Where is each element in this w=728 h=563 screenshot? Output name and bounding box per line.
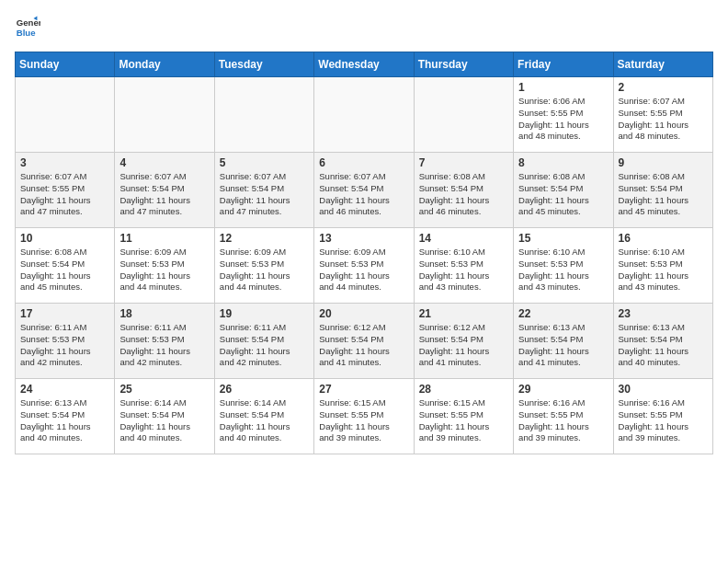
calendar-table: SundayMondayTuesdayWednesdayThursdayFrid… [15, 52, 713, 454]
calendar-cell: 20Sunrise: 6:12 AMSunset: 5:54 PMDayligh… [314, 304, 414, 379]
calendar-cell: 9Sunrise: 6:08 AMSunset: 5:54 PMDaylight… [613, 153, 712, 228]
day-info: Sunrise: 6:07 AMSunset: 5:54 PMDaylight:… [319, 171, 408, 218]
day-number: 15 [518, 232, 608, 245]
calendar-week-row: 3Sunrise: 6:07 AMSunset: 5:55 PMDaylight… [16, 153, 713, 228]
day-number: 12 [220, 232, 309, 245]
day-number: 27 [319, 383, 408, 396]
day-info: Sunrise: 6:06 AMSunset: 5:55 PMDaylight:… [518, 96, 608, 143]
calendar-cell [115, 77, 214, 153]
calendar-cell [16, 77, 115, 153]
day-info: Sunrise: 6:08 AMSunset: 5:54 PMDaylight:… [619, 171, 708, 218]
day-info: Sunrise: 6:09 AMSunset: 5:53 PMDaylight:… [319, 247, 408, 293]
calendar-week-row: 24Sunrise: 6:13 AMSunset: 5:54 PMDayligh… [16, 379, 713, 454]
day-info: Sunrise: 6:13 AMSunset: 5:54 PMDaylight:… [619, 322, 708, 369]
day-info: Sunrise: 6:08 AMSunset: 5:54 PMDaylight:… [518, 171, 608, 218]
day-info: Sunrise: 6:13 AMSunset: 5:54 PMDaylight:… [20, 397, 109, 444]
day-info: Sunrise: 6:11 AMSunset: 5:53 PMDaylight:… [119, 322, 209, 369]
day-number: 11 [119, 232, 209, 245]
calendar-cell: 3Sunrise: 6:07 AMSunset: 5:55 PMDaylight… [16, 153, 115, 228]
calendar-cell: 4Sunrise: 6:07 AMSunset: 5:54 PMDaylight… [115, 153, 214, 228]
day-number: 28 [419, 383, 508, 396]
calendar-cell: 21Sunrise: 6:12 AMSunset: 5:54 PMDayligh… [414, 304, 513, 379]
day-number: 13 [319, 232, 408, 245]
calendar-cell: 1Sunrise: 6:06 AMSunset: 5:55 PMDaylight… [514, 77, 613, 153]
calendar-cell: 22Sunrise: 6:13 AMSunset: 5:54 PMDayligh… [514, 304, 613, 379]
calendar-cell: 14Sunrise: 6:10 AMSunset: 5:53 PMDayligh… [414, 228, 513, 304]
day-info: Sunrise: 6:14 AMSunset: 5:54 PMDaylight:… [220, 397, 309, 444]
day-number: 8 [518, 156, 608, 169]
day-info: Sunrise: 6:11 AMSunset: 5:53 PMDaylight:… [20, 322, 109, 369]
calendar-cell: 6Sunrise: 6:07 AMSunset: 5:54 PMDaylight… [314, 153, 414, 228]
calendar-cell: 13Sunrise: 6:09 AMSunset: 5:53 PMDayligh… [314, 228, 414, 304]
day-info: Sunrise: 6:16 AMSunset: 5:55 PMDaylight:… [518, 397, 608, 444]
weekday-header: Wednesday [314, 52, 414, 77]
calendar-week-row: 17Sunrise: 6:11 AMSunset: 5:53 PMDayligh… [16, 304, 713, 379]
day-number: 26 [220, 383, 309, 396]
day-info: Sunrise: 6:13 AMSunset: 5:54 PMDaylight:… [518, 322, 608, 369]
calendar-cell: 28Sunrise: 6:15 AMSunset: 5:55 PMDayligh… [414, 379, 513, 454]
calendar-cell: 2Sunrise: 6:07 AMSunset: 5:55 PMDaylight… [613, 77, 712, 153]
weekday-header: Thursday [414, 52, 513, 77]
calendar-cell: 11Sunrise: 6:09 AMSunset: 5:53 PMDayligh… [115, 228, 214, 304]
day-info: Sunrise: 6:15 AMSunset: 5:55 PMDaylight:… [319, 397, 408, 444]
calendar-body: 1Sunrise: 6:06 AMSunset: 5:55 PMDaylight… [16, 77, 713, 454]
day-info: Sunrise: 6:07 AMSunset: 5:55 PMDaylight:… [20, 171, 109, 218]
day-number: 19 [220, 307, 309, 320]
calendar-cell: 29Sunrise: 6:16 AMSunset: 5:55 PMDayligh… [514, 379, 613, 454]
calendar-cell: 5Sunrise: 6:07 AMSunset: 5:54 PMDaylight… [214, 153, 313, 228]
day-number: 23 [619, 307, 708, 320]
day-info: Sunrise: 6:08 AMSunset: 5:54 PMDaylight:… [20, 247, 109, 293]
calendar-cell: 30Sunrise: 6:16 AMSunset: 5:55 PMDayligh… [613, 379, 712, 454]
day-info: Sunrise: 6:08 AMSunset: 5:54 PMDaylight:… [419, 171, 508, 218]
calendar-cell: 18Sunrise: 6:11 AMSunset: 5:53 PMDayligh… [115, 304, 214, 379]
day-info: Sunrise: 6:12 AMSunset: 5:54 PMDaylight:… [419, 322, 508, 369]
day-info: Sunrise: 6:10 AMSunset: 5:53 PMDaylight:… [419, 247, 508, 293]
calendar-week-row: 10Sunrise: 6:08 AMSunset: 5:54 PMDayligh… [16, 228, 713, 304]
day-number: 22 [518, 307, 608, 320]
calendar-cell: 16Sunrise: 6:10 AMSunset: 5:53 PMDayligh… [613, 228, 712, 304]
day-info: Sunrise: 6:09 AMSunset: 5:53 PMDaylight:… [220, 247, 309, 293]
day-number: 29 [518, 383, 608, 396]
day-number: 24 [20, 383, 109, 396]
day-info: Sunrise: 6:07 AMSunset: 5:55 PMDaylight:… [619, 96, 708, 143]
day-number: 20 [319, 307, 408, 320]
day-number: 7 [419, 156, 508, 169]
weekday-header: Tuesday [214, 52, 313, 77]
day-info: Sunrise: 6:11 AMSunset: 5:54 PMDaylight:… [220, 322, 309, 369]
day-info: Sunrise: 6:14 AMSunset: 5:54 PMDaylight:… [119, 397, 209, 444]
day-number: 5 [220, 156, 309, 169]
day-number: 6 [319, 156, 408, 169]
calendar-cell [414, 77, 513, 153]
day-info: Sunrise: 6:10 AMSunset: 5:53 PMDaylight:… [518, 247, 608, 293]
calendar-cell: 23Sunrise: 6:13 AMSunset: 5:54 PMDayligh… [613, 304, 712, 379]
weekday-row: SundayMondayTuesdayWednesdayThursdayFrid… [16, 52, 713, 77]
day-info: Sunrise: 6:07 AMSunset: 5:54 PMDaylight:… [220, 171, 309, 218]
calendar-cell: 7Sunrise: 6:08 AMSunset: 5:54 PMDaylight… [414, 153, 513, 228]
calendar-cell: 24Sunrise: 6:13 AMSunset: 5:54 PMDayligh… [16, 379, 115, 454]
calendar-cell: 10Sunrise: 6:08 AMSunset: 5:54 PMDayligh… [16, 228, 115, 304]
calendar-cell: 15Sunrise: 6:10 AMSunset: 5:53 PMDayligh… [514, 228, 613, 304]
page-header: General Blue [15, 15, 713, 40]
day-number: 18 [119, 307, 209, 320]
day-number: 16 [619, 232, 708, 245]
day-number: 14 [419, 232, 508, 245]
logo: General Blue [15, 15, 44, 40]
calendar-header: SundayMondayTuesdayWednesdayThursdayFrid… [16, 52, 713, 77]
day-info: Sunrise: 6:15 AMSunset: 5:55 PMDaylight:… [419, 397, 508, 444]
day-info: Sunrise: 6:07 AMSunset: 5:54 PMDaylight:… [119, 171, 209, 218]
svg-text:Blue: Blue [17, 28, 36, 38]
weekday-header: Friday [514, 52, 613, 77]
day-info: Sunrise: 6:09 AMSunset: 5:53 PMDaylight:… [119, 247, 209, 293]
day-number: 2 [619, 81, 708, 94]
day-number: 9 [619, 156, 708, 169]
calendar-cell: 17Sunrise: 6:11 AMSunset: 5:53 PMDayligh… [16, 304, 115, 379]
day-number: 10 [20, 232, 109, 245]
day-number: 25 [119, 383, 209, 396]
calendar-cell [214, 77, 313, 153]
calendar-cell: 19Sunrise: 6:11 AMSunset: 5:54 PMDayligh… [214, 304, 313, 379]
day-number: 4 [119, 156, 209, 169]
day-info: Sunrise: 6:16 AMSunset: 5:55 PMDaylight:… [619, 397, 708, 444]
weekday-header: Saturday [613, 52, 712, 77]
weekday-header: Sunday [16, 52, 115, 77]
calendar-cell: 12Sunrise: 6:09 AMSunset: 5:53 PMDayligh… [214, 228, 313, 304]
